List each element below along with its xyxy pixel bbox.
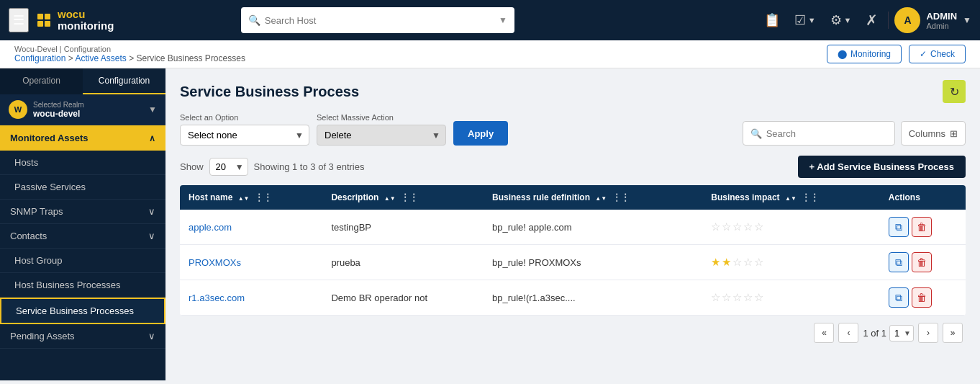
sidebar-section-pending-assets[interactable]: Pending Assets ∨ [0,324,165,349]
sidebar-item-passive-services[interactable]: Passive Services [0,175,165,200]
realm-caret-icon: ▼ [148,104,157,115]
hamburger-menu[interactable]: ☰ [9,8,29,32]
star-icon-0-3[interactable]: ☆ [743,220,753,233]
col-description-menu-icon[interactable]: ⋮⋮ [401,192,418,202]
add-service-button[interactable]: + Add Service Business Process [798,156,966,178]
select-action-wrapper: Delete ▼ [317,125,446,146]
sort-business-impact-icon[interactable]: ▲▼ [785,196,797,202]
sort-hostname-icon[interactable]: ▲▼ [238,196,250,202]
page-title: Service Business Process [180,84,359,100]
tab-operation[interactable]: Operation [0,68,83,94]
col-business-impact: Business impact ▲▼ ⋮⋮ [702,185,880,210]
action-buttons-0: ⧉ 🗑 [889,217,957,237]
breadcrumb-link-config[interactable]: Configuration [14,53,65,63]
pagination-last-button[interactable]: » [943,323,963,343]
reports-button[interactable]: 📋 [760,9,784,31]
sidebar-item-contacts[interactable]: Contacts ∨ [0,224,165,249]
star-icon-1-2[interactable]: ☆ [732,256,742,269]
select-action-dropdown[interactable]: Delete [317,125,446,146]
star-icon-0-2[interactable]: ☆ [732,220,742,233]
star-icon-2-3[interactable]: ☆ [743,291,753,304]
stars-group-1: ★★☆☆☆ [711,256,871,269]
realm-selector[interactable]: W Selected Realm wocu-devel ▼ [0,94,165,125]
tab-configuration[interactable]: Configuration [83,68,165,94]
hostname-link-0[interactable]: apple.com [189,222,232,233]
sidebar-item-service-business-processes[interactable]: Service Business Processes [0,298,165,324]
copy-button-2[interactable]: ⧉ [889,287,909,308]
table-search-bar[interactable]: 🔍 [743,121,895,146]
logo-dots [37,14,53,27]
star-icon-1-0[interactable]: ★ [711,256,720,269]
star-icon-0-1[interactable]: ☆ [722,220,731,233]
settings-button[interactable]: ⚙ ▼ [826,9,856,31]
star-icon-2-4[interactable]: ☆ [754,291,763,304]
star-icon-2-0[interactable]: ☆ [711,291,720,304]
sidebar-item-hosts[interactable]: Hosts [0,151,165,175]
col-business-impact-menu-icon[interactable]: ⋮⋮ [802,192,819,202]
pagination-prev-button[interactable]: ‹ [838,323,858,343]
hostname-link-2[interactable]: r1.a3sec.com [189,293,245,303]
check-button[interactable]: ✓ Check [909,45,966,63]
monitoring-button[interactable]: ⬤ Monitoring [827,45,902,63]
breadcrumb: Wocu-Devel | Configuration Configuration… [14,45,245,63]
avatar: A [894,7,920,33]
user-dropdown-caret[interactable]: ▼ [963,15,971,25]
search-dropdown-caret[interactable]: ▼ [499,15,507,25]
magic-button[interactable]: ✗ [861,9,882,32]
pagination-first-button[interactable]: « [814,323,834,343]
star-icon-1-3[interactable]: ☆ [743,256,753,269]
sidebar-item-snmp-traps[interactable]: SNMP Traps ∨ [0,200,165,224]
sort-business-rule-icon[interactable]: ▲▼ [595,196,607,202]
apply-button[interactable]: Apply [453,121,508,146]
sidebar-item-host-group[interactable]: Host Group [0,249,165,273]
snmp-caret-icon: ∨ [148,206,155,217]
select-action-group: Select Massive Action Delete ▼ [317,113,446,146]
col-business-rule-label: Business rule definition [492,192,590,202]
col-hostname-menu-icon[interactable]: ⋮⋮ [255,192,272,202]
business-rule-text-1: bp_rule! PROXMOXs [492,257,581,268]
cell-business-rule-0: bp_rule! apple.com [484,210,702,245]
sidebar-section-monitored-assets[interactable]: Monitored Assets ∧ [0,125,165,151]
table-search-input[interactable] [766,128,887,139]
col-hostname-label: Host name [189,192,232,202]
global-search-bar[interactable]: 🔍 ▼ [241,7,514,33]
columns-button[interactable]: Columns ⊞ [901,121,966,146]
delete-button-0[interactable]: 🗑 [912,217,932,237]
cell-actions-1: ⧉ 🗑 [880,245,966,280]
show-label: Show [180,161,204,172]
sidebar-item-host-business-processes[interactable]: Host Business Processes [0,273,165,298]
pagination-current-page: 1 of 1 [863,328,886,339]
show-left: Show 20 50 100 ▼ Showing 1 to 3 of 3 ent… [180,158,364,176]
col-hostname: Host name ▲▼ ⋮⋮ [180,185,322,210]
breadcrumb-link-assets[interactable]: Active Assets [75,53,126,63]
select-option-dropdown[interactable]: Select none Select all [180,125,309,146]
page-select-dropdown[interactable]: 1 [889,325,914,341]
logo-text: wocumonitoring [58,9,114,32]
star-icon-2-1[interactable]: ☆ [722,291,731,304]
star-icon-2-2[interactable]: ☆ [732,291,742,304]
hostname-link-1[interactable]: PROXMOXs [189,257,241,268]
col-description-label: Description [331,192,378,202]
user-role: Admin [926,22,957,30]
copy-button-1[interactable]: ⧉ [889,252,909,272]
delete-button-1[interactable]: 🗑 [912,252,932,272]
description-text-0: testingBP [331,222,371,233]
tasks-button[interactable]: ☑ ▼ [790,9,820,31]
show-count-select[interactable]: 20 50 100 [209,158,248,176]
star-icon-0-4[interactable]: ☆ [754,220,763,233]
star-icon-1-1[interactable]: ★ [722,256,731,269]
star-icon-0-0[interactable]: ☆ [711,220,720,233]
col-business-rule-menu-icon[interactable]: ⋮⋮ [612,192,630,202]
sort-description-icon[interactable]: ▲▼ [384,196,396,202]
copy-button-0[interactable]: ⧉ [889,217,909,237]
pagination-info: 1 of 1 1 ▼ [863,325,914,341]
refresh-button[interactable]: ↻ [943,80,966,103]
pagination-next-button[interactable]: › [918,323,938,343]
columns-icon: ⊞ [950,128,958,139]
star-icon-1-4[interactable]: ☆ [754,256,763,269]
delete-button-2[interactable]: 🗑 [912,287,932,308]
main-content: Service Business Process ↻ Select an Opt… [165,68,980,380]
stars-group-2: ☆☆☆☆☆ [711,291,871,304]
global-search-input[interactable] [265,15,494,26]
pending-caret-icon: ∨ [148,331,155,341]
